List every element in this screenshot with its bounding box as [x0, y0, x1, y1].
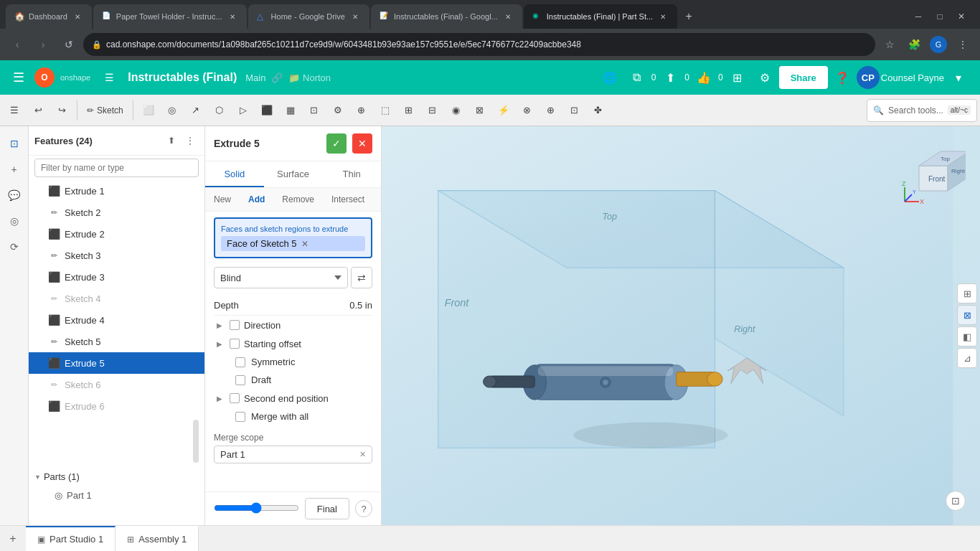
feature-item-sketch3[interactable]: ✏ Sketch 3	[29, 245, 204, 266]
tool-12[interactable]: ⊞	[397, 99, 420, 122]
lp-comments-btn[interactable]: 💬	[3, 184, 26, 207]
new-tab-button[interactable]: +	[679, 6, 699, 27]
tool-13[interactable]: ⊟	[421, 99, 444, 122]
extrude5-edit-btn[interactable]: ✏	[182, 354, 199, 372]
bottom-tab-part-studio[interactable]: ▣ Part Studio 1	[26, 526, 116, 551]
tab-close-2[interactable]: ✕	[227, 11, 238, 22]
menu-icon[interactable]: ⋮	[951, 33, 974, 56]
face-selector[interactable]: Faces and sketch regions to extrude Face…	[214, 217, 372, 258]
dialog-subtab-add[interactable]: Add	[240, 188, 273, 211]
merge-scope-clear[interactable]: ✕	[359, 450, 366, 459]
direction-expand[interactable]: ▶	[214, 319, 225, 331]
tab-close-3[interactable]: ✕	[349, 11, 361, 22]
second-end-checkbox[interactable]	[230, 393, 240, 403]
tool-14[interactable]: ◉	[445, 99, 468, 122]
final-button[interactable]: Final	[305, 498, 349, 519]
vp-btn-1[interactable]: ⊞	[957, 283, 977, 303]
dialog-tab-surface[interactable]: Surface	[264, 161, 323, 187]
tool-17[interactable]: ⊗	[516, 99, 539, 122]
tab-close-1[interactable]: ✕	[72, 11, 83, 22]
dialog-subtab-intersect[interactable]: Intersect	[323, 188, 373, 211]
tool-20[interactable]: ✤	[587, 99, 610, 122]
tool-19[interactable]: ⊡	[563, 99, 586, 122]
dialog-tab-solid[interactable]: Solid	[205, 161, 264, 187]
like-icon[interactable]: 👍	[691, 65, 717, 90]
merge-all-checkbox[interactable]	[235, 412, 245, 422]
redo-button[interactable]: ↪	[50, 99, 73, 122]
parts-section-header[interactable]: ▼ Parts (1)	[34, 468, 199, 485]
feature-item-extrude1[interactable]: ⬛ Extrude 1	[29, 180, 204, 202]
tool-5[interactable]: ▷	[232, 99, 255, 122]
browser-tab-4[interactable]: 📝 Instructables (Final) - Googl... ✕	[371, 4, 522, 29]
lp-history-btn[interactable]: ⟳	[3, 235, 26, 258]
feature-item-sketch6[interactable]: ✏ Sketch 6	[29, 374, 204, 395]
filter-input[interactable]	[34, 159, 199, 177]
tool-4[interactable]: ⬡	[208, 99, 231, 122]
dialog-subtab-new[interactable]: New	[205, 188, 240, 211]
app-folder[interactable]: 📁 Norton	[288, 72, 331, 83]
lp-features-btn[interactable]: ⊡	[3, 132, 26, 155]
lp-parts-btn[interactable]: ◎	[3, 209, 26, 232]
ft-menu-btn[interactable]: ⋮	[182, 132, 199, 149]
browser-tab-5[interactable]: ◉ Instructables (Final) | Part St... ✕	[524, 4, 677, 29]
close-button[interactable]: ✕	[951, 6, 971, 27]
tool-1[interactable]: ⬜	[137, 99, 160, 122]
grid-icon[interactable]: ⊞	[725, 65, 750, 90]
feature-item-extrude4[interactable]: ⬛ Extrude 4	[29, 309, 204, 331]
browser-tab-3[interactable]: △ Home - Google Drive ✕	[248, 4, 369, 29]
part-item-1[interactable]: ◎ Part 1	[34, 485, 199, 505]
bottom-tab-assembly[interactable]: ⊞ Assembly 1	[116, 526, 199, 551]
tab-close-4[interactable]: ✕	[502, 11, 514, 22]
dialog-cancel-button[interactable]: ✕	[352, 133, 372, 154]
vp-btn-4[interactable]: ⊿	[957, 348, 977, 368]
feature-item-extrude6[interactable]: ⬛ Extrude 6	[29, 395, 204, 417]
sketch-button[interactable]: ✏ Sketch	[81, 99, 129, 122]
end-type-select[interactable]: Blind Through All Up to Face Up to Part	[214, 267, 348, 288]
dialog-subtab-remove[interactable]: Remove	[273, 188, 323, 211]
help-button[interactable]: ?	[355, 500, 372, 517]
undo-button[interactable]: ↩	[27, 99, 50, 122]
profile-icon[interactable]: G	[927, 33, 950, 56]
tool-15[interactable]: ⊠	[468, 99, 491, 122]
user-avatar[interactable]: CP	[857, 66, 880, 89]
globe-icon[interactable]: 🌐	[597, 65, 623, 90]
add-tab-button[interactable]: +	[0, 526, 26, 551]
second-end-expand[interactable]: ▶	[214, 392, 225, 404]
scrollbar-thumb[interactable]	[193, 420, 199, 463]
toolbar-left-panel-toggle[interactable]: ☰	[3, 99, 26, 122]
settings-icon[interactable]: ⚙	[752, 65, 778, 90]
dialog-confirm-button[interactable]: ✓	[326, 133, 347, 154]
lp-add-btn[interactable]: +	[3, 158, 26, 181]
copy-icon[interactable]: ⧉	[624, 65, 650, 90]
address-bar[interactable]: 🔒 cad.onshape.com/documents/1a098baf265c…	[83, 33, 875, 56]
tool-2[interactable]: ◎	[161, 99, 184, 122]
starting-offset-expand[interactable]: ▶	[214, 338, 225, 349]
feature-item-sketch4[interactable]: ✏ Sketch 4	[29, 288, 204, 309]
ft-expand-btn[interactable]: ⬆	[163, 132, 180, 149]
direction-checkbox[interactable]	[230, 320, 240, 330]
zoom-fit-button[interactable]: ⊡	[946, 491, 966, 511]
topbar-menu-icon[interactable]: ☰	[96, 65, 122, 90]
depth-value[interactable]: 0.5 in	[349, 300, 372, 311]
tool-9[interactable]: ⚙	[326, 99, 349, 122]
feature-item-sketch2[interactable]: ✏ Sketch 2	[29, 202, 204, 223]
starting-offset-checkbox[interactable]	[230, 339, 240, 349]
extensions-icon[interactable]: 🧩	[903, 33, 925, 56]
tool-10[interactable]: ⊕	[350, 99, 373, 122]
feature-item-sketch5[interactable]: ✏ Sketch 5	[29, 331, 204, 352]
search-tools-input[interactable]: 🔍 Search tools... alt/~c	[867, 99, 977, 122]
app-link-icon[interactable]: 🔗	[271, 72, 283, 83]
draft-checkbox[interactable]	[235, 375, 245, 385]
feature-item-extrude3[interactable]: ⬛ Extrude 3	[29, 266, 204, 288]
tab-close-5[interactable]: ✕	[657, 11, 669, 22]
reload-button[interactable]: ↺	[57, 33, 80, 56]
feature-item-extrude5[interactable]: ⬛ Extrude 5 ✏	[29, 352, 204, 374]
opacity-slider[interactable]	[214, 502, 299, 514]
help-icon[interactable]: ❓	[829, 65, 855, 90]
face-clear-button[interactable]: ✕	[301, 239, 308, 249]
user-name[interactable]: Counsel Payne	[881, 72, 944, 83]
forward-button[interactable]: ›	[32, 33, 55, 56]
back-button[interactable]: ‹	[6, 33, 29, 56]
tool-3[interactable]: ↗	[184, 99, 207, 122]
tool-18[interactable]: ⊕	[540, 99, 562, 122]
